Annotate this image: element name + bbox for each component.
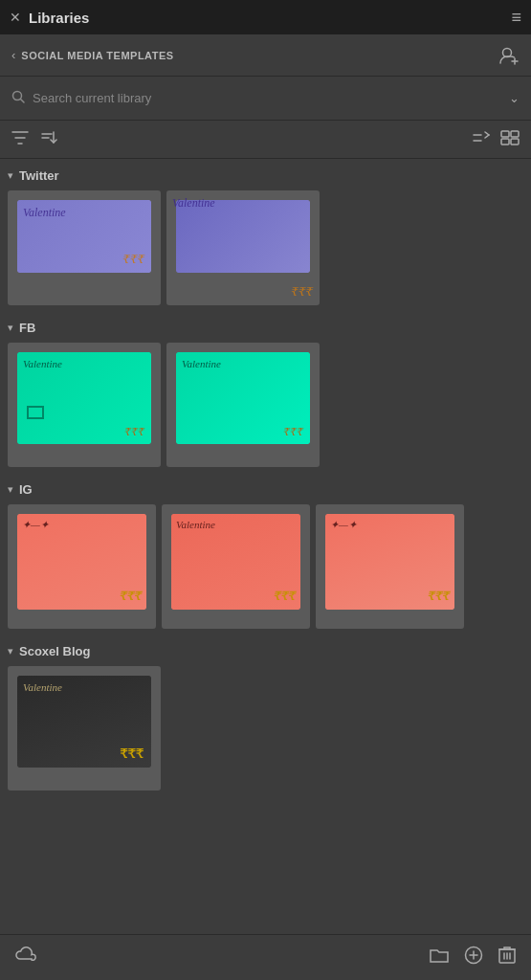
add-user-button[interactable] <box>498 45 520 66</box>
fb-section-title: FB <box>19 321 35 335</box>
title-bar: ✕ Libraries ≡ <box>0 0 531 34</box>
fb-thumb-grid: Valentine ₹₹₹ Valentine ₹₹₹ <box>8 343 523 467</box>
libraries-panel: ✕ Libraries ≡ ‹ SOCIAL MEDIA TEMPLATES <box>0 0 531 980</box>
title-bar-left: ✕ Libraries <box>10 10 89 26</box>
blog-section-title: Scoxel Blog <box>19 644 90 658</box>
toolbar <box>0 121 531 159</box>
blog-img-price-1: ₹₹₹ <box>120 746 144 762</box>
toolbar-left <box>11 130 472 149</box>
cloud-icon[interactable] <box>15 947 36 969</box>
twitter-img-price-1: ₹₹₹ <box>122 253 144 267</box>
svg-rect-12 <box>501 131 509 137</box>
fb-box-overlay <box>27 406 44 419</box>
fb-section-header[interactable]: ▾ FB <box>8 321 523 335</box>
ig-thumb-grid: ✦—✦ ₹₹₹ Valentine ₹₹₹ <box>8 504 523 629</box>
ig-thumb-2[interactable]: Valentine ₹₹₹ <box>162 504 310 629</box>
sort-icon[interactable] <box>40 130 57 149</box>
svg-line-4 <box>21 100 25 103</box>
add-icon[interactable] <box>464 946 483 969</box>
ig-img-price-1: ₹₹₹ <box>119 590 141 604</box>
ig-img-title-2: Valentine <box>176 519 215 530</box>
content-area: ▾ Twitter Valentine ₹₹₹ Valentine <box>0 159 531 934</box>
fb-img-title-2: Valentine <box>182 358 221 369</box>
ig-section-header[interactable]: ▾ IG <box>8 482 523 497</box>
twitter-thumb-1[interactable]: Valentine ₹₹₹ <box>8 190 161 305</box>
svg-line-11 <box>485 135 489 138</box>
ig-image-1: ✦—✦ ₹₹₹ <box>17 514 146 610</box>
blog-image-1: Valentine ₹₹₹ <box>17 676 151 768</box>
svg-rect-13 <box>511 131 519 137</box>
fb-img-title-1: Valentine <box>23 358 62 369</box>
ig-img-title-3: ✦—✦ <box>330 519 357 531</box>
folder-icon[interactable] <box>430 947 449 969</box>
ig-img-title-1: ✦—✦ <box>22 519 49 531</box>
twitter-section: ▾ Twitter Valentine ₹₹₹ Valentine <box>8 168 523 305</box>
search-input[interactable] <box>33 91 501 105</box>
twitter-img-title-2: Valentine <box>176 200 215 211</box>
twitter-section-header[interactable]: ▾ Twitter <box>8 168 523 183</box>
search-bar: ⌄ <box>0 77 531 121</box>
blog-section: ▾ Scoxel Blog Valentine ₹₹₹ <box>8 644 523 791</box>
search-icon <box>11 90 25 106</box>
ig-thumb-inner-3: ✦—✦ ₹₹₹ <box>325 514 454 610</box>
filter-icon[interactable] <box>11 130 29 149</box>
twitter-thumb-inner-1: Valentine ₹₹₹ <box>17 200 151 273</box>
back-button[interactable]: ‹ <box>11 48 15 62</box>
bottom-bar <box>0 934 531 980</box>
twitter-thumb-inner-2: Valentine ₹₹₹ <box>176 200 310 273</box>
ig-thumb-inner-1: ✦—✦ ₹₹₹ <box>17 514 146 610</box>
fb-img-price-2: ₹₹₹ <box>282 426 302 438</box>
dot-menu-icon[interactable] <box>472 131 491 148</box>
blog-chevron-icon: ▾ <box>8 645 13 657</box>
blog-img-title-1: Valentine <box>23 681 62 693</box>
fb-image-2: Valentine ₹₹₹ <box>176 352 310 444</box>
menu-icon[interactable]: ≡ <box>511 8 521 28</box>
svg-rect-15 <box>511 139 519 145</box>
library-name: SOCIAL MEDIA TEMPLATES <box>21 50 173 61</box>
fb-section: ▾ FB Valentine ₹₹₹ Val <box>8 321 523 467</box>
fb-thumb-inner-2: Valentine ₹₹₹ <box>176 352 310 444</box>
ig-chevron-icon: ▾ <box>8 483 13 496</box>
svg-rect-14 <box>501 139 509 145</box>
ig-img-price-2: ₹₹₹ <box>273 590 295 604</box>
fb-image-1: Valentine ₹₹₹ <box>17 352 151 444</box>
bottom-right-icons <box>430 946 516 969</box>
blog-thumb-grid: Valentine ₹₹₹ <box>8 666 523 791</box>
chevron-down-icon[interactable]: ⌄ <box>509 91 520 105</box>
ig-image-2: Valentine ₹₹₹ <box>171 514 300 610</box>
twitter-img-title-1: Valentine <box>23 206 66 220</box>
twitter-image-2: Valentine ₹₹₹ <box>176 200 310 273</box>
fb-chevron-icon: ▾ <box>8 322 13 334</box>
subheader-left: ‹ SOCIAL MEDIA TEMPLATES <box>11 48 174 62</box>
ig-img-price-3: ₹₹₹ <box>427 590 449 604</box>
close-button[interactable]: ✕ <box>10 10 21 25</box>
fb-thumb-inner-1: Valentine ₹₹₹ <box>17 352 151 444</box>
twitter-chevron-icon: ▾ <box>8 169 13 182</box>
twitter-thumb-grid: Valentine ₹₹₹ Valentine ₹₹₹ <box>8 190 523 305</box>
fb-thumb-2[interactable]: Valentine ₹₹₹ <box>166 343 320 467</box>
subheader: ‹ SOCIAL MEDIA TEMPLATES <box>0 34 531 77</box>
svg-point-0 <box>503 48 512 56</box>
twitter-section-title: Twitter <box>19 168 59 183</box>
twitter-image-1: Valentine ₹₹₹ <box>17 200 151 273</box>
ig-thumb-inner-2: Valentine ₹₹₹ <box>171 514 300 610</box>
blog-section-header[interactable]: ▾ Scoxel Blog <box>8 644 523 658</box>
ig-thumb-3[interactable]: ✦—✦ ₹₹₹ <box>316 504 464 629</box>
fb-img-price-1: ₹₹₹ <box>123 426 144 438</box>
ig-thumb-1[interactable]: ✦—✦ ₹₹₹ <box>8 504 156 629</box>
twitter-thumb-2[interactable]: Valentine ₹₹₹ <box>166 190 320 305</box>
toolbar-right <box>472 130 520 149</box>
delete-icon[interactable] <box>498 946 516 969</box>
blog-thumb-1[interactable]: Valentine ₹₹₹ <box>8 666 161 791</box>
ig-section: ▾ IG ✦—✦ ₹₹₹ Valentine <box>8 482 523 629</box>
list-view-icon[interactable] <box>500 130 520 149</box>
fb-thumb-1[interactable]: Valentine ₹₹₹ <box>8 343 161 467</box>
panel-title: Libraries <box>29 10 89 26</box>
ig-section-title: IG <box>19 482 33 497</box>
ig-image-3: ✦—✦ ₹₹₹ <box>325 514 454 610</box>
blog-thumb-inner-1: Valentine ₹₹₹ <box>17 676 151 768</box>
